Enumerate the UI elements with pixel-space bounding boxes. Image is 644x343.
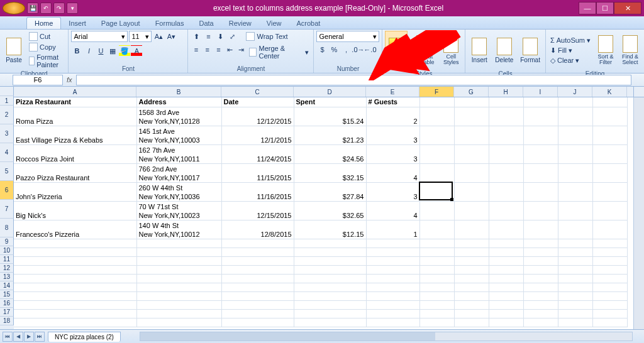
cell[interactable] [366, 274, 419, 283]
cell[interactable] [523, 300, 558, 309]
format-painter-button[interactable]: Format Painter [27, 53, 65, 69]
row-header-17[interactable]: 17 [0, 308, 14, 317]
row-header-8[interactable]: 8 [0, 219, 14, 237]
cell[interactable] [419, 126, 454, 144]
tab-nav-first[interactable]: ⏮ [3, 332, 13, 342]
minimize-button[interactable]: — [579, 2, 596, 14]
cell[interactable]: 3 [366, 144, 419, 163]
cell[interactable] [294, 256, 366, 265]
font-size-select[interactable]: 11▾ [129, 31, 152, 42]
cell[interactable]: John's Pizzeria [14, 182, 136, 201]
cell[interactable] [523, 201, 558, 220]
cell[interactable] [14, 318, 136, 327]
align-middle-button[interactable]: ≡ [203, 31, 214, 42]
col-header-E[interactable]: E [366, 87, 419, 97]
grow-font-button[interactable]: A▴ [153, 31, 164, 42]
cell[interactable]: 11/16/2015 [221, 182, 294, 201]
cell[interactable] [294, 239, 366, 248]
col-header-G[interactable]: G [454, 87, 489, 97]
cell[interactable] [454, 144, 489, 163]
cell[interactable] [592, 309, 627, 318]
cell[interactable] [366, 283, 419, 291]
tab-data[interactable]: Data [191, 18, 221, 29]
cell[interactable] [221, 265, 294, 274]
col-header-D[interactable]: D [294, 87, 366, 97]
select-all-corner[interactable] [0, 87, 14, 96]
cell[interactable] [592, 274, 627, 283]
row-header-10[interactable]: 10 [0, 246, 14, 255]
cell[interactable] [14, 239, 136, 248]
tab-review[interactable]: Review [221, 18, 259, 29]
cell[interactable] [419, 248, 454, 256]
cell[interactable] [523, 256, 558, 265]
cell[interactable] [454, 201, 489, 220]
row-header-13[interactable]: 13 [0, 273, 14, 281]
cell[interactable]: $27.84 [294, 182, 366, 201]
cell[interactable]: Address [136, 97, 221, 107]
align-bottom-button[interactable]: ⬇ [214, 31, 226, 42]
cell[interactable] [14, 248, 136, 256]
border-button[interactable]: ▦ [107, 45, 118, 57]
cell[interactable]: 12/1/2015 [221, 126, 294, 144]
cell[interactable] [419, 107, 454, 126]
align-top-button[interactable]: ⬆ [191, 31, 202, 42]
cell[interactable] [454, 300, 489, 309]
tab-formulas[interactable]: Formulas [148, 18, 192, 29]
cell[interactable] [592, 283, 627, 291]
cell[interactable] [592, 239, 627, 248]
cell[interactable] [489, 248, 523, 256]
cell[interactable] [454, 182, 489, 201]
cell[interactable] [454, 283, 489, 291]
split-corner[interactable] [633, 87, 644, 97]
cell[interactable] [558, 201, 592, 220]
cell[interactable] [14, 283, 136, 291]
cell[interactable] [558, 300, 592, 309]
cell[interactable] [523, 274, 558, 283]
cell[interactable] [419, 97, 454, 107]
qat-undo-icon[interactable]: ↶ [40, 3, 52, 14]
cell[interactable] [592, 318, 627, 327]
col-header-F[interactable]: F [419, 87, 454, 97]
fx-icon[interactable]: fx [67, 76, 72, 84]
cell[interactable]: 1568 3rd AveNew York,NY,10128 [136, 107, 221, 126]
cell[interactable] [454, 256, 489, 265]
cell[interactable] [136, 283, 221, 291]
cell[interactable]: $15.24 [294, 107, 366, 126]
tab-home[interactable]: Home [26, 17, 61, 29]
cell[interactable] [558, 248, 592, 256]
row-header-3[interactable]: 3 [0, 124, 14, 143]
row-header-6[interactable]: 6 [0, 181, 14, 200]
cell[interactable] [523, 163, 558, 182]
cell[interactable] [221, 239, 294, 248]
cell[interactable] [592, 201, 627, 220]
cell[interactable] [419, 220, 454, 239]
row-header-15[interactable]: 15 [0, 290, 14, 299]
cell[interactable] [221, 291, 294, 300]
row-header-9[interactable]: 9 [0, 237, 14, 246]
cell[interactable] [523, 283, 558, 291]
cell[interactable] [558, 126, 592, 144]
cell[interactable] [136, 318, 221, 327]
clear-button[interactable]: ◇Clear▾ [548, 56, 592, 65]
copy-button[interactable]: Copy [27, 42, 65, 52]
cell[interactable] [136, 248, 221, 256]
cell[interactable]: Pizza Restaurant [14, 97, 136, 107]
delete-cells-button[interactable]: Delete [492, 31, 516, 70]
qat-more-icon[interactable]: ▾ [67, 3, 78, 14]
cell[interactable] [14, 274, 136, 283]
cell[interactable]: 140 W 4th StNew York,NY,10012 [136, 220, 221, 239]
cell[interactable] [523, 182, 558, 201]
cell[interactable] [489, 283, 523, 291]
cell[interactable]: Big Nick's [14, 201, 136, 220]
align-center-button[interactable]: ≡ [202, 44, 213, 55]
cell[interactable] [489, 239, 523, 248]
cell[interactable] [489, 201, 523, 220]
cell[interactable] [454, 248, 489, 256]
cell[interactable] [14, 265, 136, 274]
vertical-scrollbar[interactable] [633, 97, 644, 329]
dec-decimal-button[interactable]: ←.0 [364, 44, 375, 55]
cell[interactable] [489, 97, 523, 107]
sheet-tab[interactable]: NYC pizza places (2) [48, 332, 121, 342]
cell-styles-button[interactable]: Cell Styles [440, 31, 462, 70]
row-header-11[interactable]: 11 [0, 255, 14, 264]
